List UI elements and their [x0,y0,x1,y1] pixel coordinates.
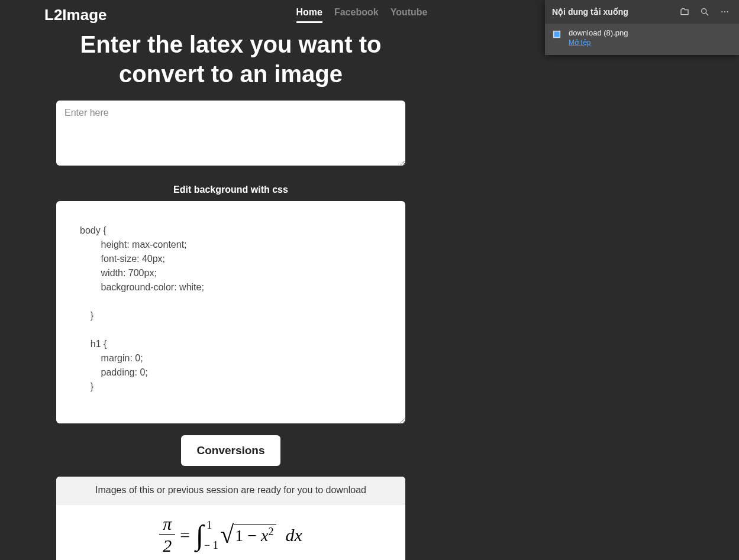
conversions-button[interactable]: Conversions [181,435,280,466]
svg-point-0 [702,9,706,14]
nav-youtube[interactable]: Youtube [391,7,428,23]
results-header-text: Images of this or previous session are r… [56,477,405,504]
formula-dx: dx [286,525,302,545]
nav-home[interactable]: Home [296,7,322,23]
formula-frac-num: π [159,515,175,535]
results-panel: Images of this or previous session are r… [56,477,405,560]
svg-line-1 [706,13,708,15]
formula-frac-den: 2 [159,535,175,555]
svg-point-2 [721,11,722,12]
main-content: Enter the latex you want to convert to a… [56,30,405,560]
css-section-label: Edit background with css [56,184,405,195]
formula-integral: ∫ 1 − 1 [196,521,204,549]
css-editor[interactable]: body { height: max-content; font-size: 4… [56,201,405,423]
download-item[interactable]: download (8).png Mở tệp [545,24,739,55]
latex-input[interactable] [56,101,405,166]
search-icon[interactable] [698,5,712,19]
svg-point-4 [727,11,728,12]
sqrt-sign-icon: √ [220,525,234,545]
more-icon[interactable] [718,5,732,19]
downloads-header: Nội dung tải xuống [545,0,739,24]
download-file-info: download (8).png Mở tệp [569,28,628,47]
results-body: π 2 = ∫ 1 − 1 √ 1 − x2 dx [56,504,405,560]
nav-facebook[interactable]: Facebook [334,7,379,23]
file-image-icon [552,30,561,39]
formula-sqrt: √ 1 − x2 [220,524,276,545]
formula-sqrt-prefix: 1 − [235,527,261,545]
formula-sqrt-content: 1 − x2 [234,524,276,545]
formula-fraction: π 2 [159,515,175,555]
svg-point-3 [724,11,725,12]
formula-sqrt-exp: 2 [269,526,274,538]
formula-int-lower: − 1 [204,540,218,551]
svg-rect-6 [554,31,559,37]
download-filename: download (8).png [569,28,628,37]
download-open-link[interactable]: Mở tệp [569,38,628,47]
downloads-title: Nội dung tải xuống [552,7,672,17]
nav-bar: Home Facebook Youtube [296,7,428,23]
page-title: Enter the latex you want to convert to a… [56,30,405,89]
formula-image[interactable]: π 2 = ∫ 1 − 1 √ 1 − x2 dx [159,515,302,555]
open-folder-icon[interactable] [677,5,692,19]
formula-int-upper: 1 [206,520,212,530]
app-logo: L2Image [44,6,107,24]
downloads-panel: Nội dung tải xuống download (8).png Mở t… [545,0,739,55]
formula-equals: = [180,525,190,545]
formula-sqrt-var: x [261,527,268,545]
